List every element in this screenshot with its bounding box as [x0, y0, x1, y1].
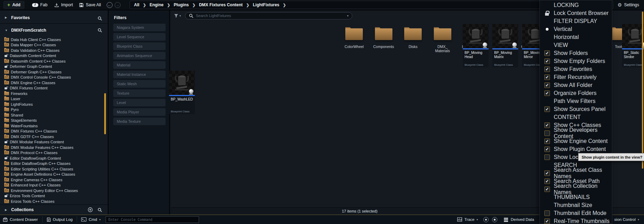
menu-control-icon[interactable] [544, 58, 550, 64]
menu-row[interactable]: FILTER DISPLAY [540, 17, 612, 25]
filter-pill[interactable]: Level [113, 99, 166, 106]
filter-pill[interactable]: Texture [113, 89, 166, 97]
menu-control-icon[interactable] [544, 26, 550, 32]
revision-control-button[interactable]: sion Control ▾ [614, 217, 639, 222]
menu-control-icon[interactable] [544, 106, 550, 112]
root-folder-row[interactable]: ▼ DMXFromScratch [0, 26, 108, 35]
menu-row[interactable]: Organize Folders [540, 89, 612, 97]
content-folder[interactable]: ColorWheel [339, 24, 369, 53]
add-collection-icon[interactable] [88, 207, 93, 212]
menu-row[interactable]: Vertical [540, 25, 612, 33]
menu-row[interactable]: Horizontal [540, 33, 612, 41]
tree-item[interactable]: Data Hub Client C++ Classes [0, 37, 108, 42]
menu-row[interactable]: VIEW [540, 41, 612, 49]
asset-item[interactable]: BP_Static Strobe Blueprint Class [622, 24, 644, 67]
chevron-down-icon[interactable]: ▾ [99, 218, 101, 221]
menu-control-icon[interactable] [544, 162, 550, 168]
expand-arrow-icon[interactable]: ▶ [5, 208, 8, 211]
add-button[interactable]: + Add [3, 1, 24, 9]
snapshot-icon[interactable] [492, 217, 497, 222]
filter-options-button[interactable]: ▾ [174, 14, 181, 18]
menu-control-icon[interactable] [544, 218, 550, 224]
search-input[interactable] [196, 14, 345, 18]
menu-row[interactable]: Thumbnail Size [540, 201, 612, 209]
derived-data-button[interactable]: Derived Data [504, 217, 534, 222]
breadcrumb-item[interactable]: All ❯ [134, 2, 150, 7]
menu-control-icon[interactable] [544, 2, 550, 8]
menu-control-icon[interactable] [544, 66, 550, 72]
menu-row[interactable]: Real-Time Thumbnails [540, 217, 612, 224]
asset-search[interactable]: ▾ [185, 12, 352, 19]
tree-item[interactable]: Editor DataflowGraph C++ Classes [0, 161, 108, 167]
menu-control-icon[interactable] [544, 210, 550, 216]
content-folder[interactable]: Components [369, 24, 399, 53]
tree-item[interactable]: Data Validation C++ Classes [0, 48, 108, 53]
chevron-down-icon[interactable]: ▾ [476, 218, 478, 221]
asset-item[interactable]: BP_WashLED Blueprint Class [169, 71, 195, 114]
menu-row[interactable]: Path View Filters [540, 97, 612, 105]
menu-control-icon[interactable] [544, 50, 550, 56]
menu-control-icon[interactable] [544, 170, 550, 176]
console-command-box[interactable] [106, 216, 199, 223]
menu-control-icon[interactable] [544, 186, 550, 192]
tree-item[interactable]: Datasmith Content Content [0, 53, 108, 59]
content-folder[interactable]: Disks [398, 24, 428, 53]
tree-item[interactable]: DMX Engine C++ Classes [0, 80, 108, 86]
menu-control-icon[interactable] [544, 154, 550, 160]
tree-item[interactable]: Erizos Tools C++ Classes [0, 199, 108, 204]
tree-item[interactable]: Deformer Graph C++ Classes [0, 69, 108, 75]
menu-control-icon[interactable] [544, 202, 550, 208]
filter-pill[interactable]: Blueprint Class [113, 42, 166, 50]
menu-row[interactable]: Lock Content Browser [540, 9, 612, 17]
menu-control-icon[interactable] [544, 98, 550, 104]
menu-control-icon[interactable] [544, 138, 550, 144]
back-button[interactable]: ← [107, 2, 113, 8]
menu-control-icon[interactable] [544, 194, 550, 200]
filter-pill[interactable]: Material Instance [113, 71, 166, 78]
trace-button[interactable]: Trace ▾ [457, 217, 478, 222]
import-button[interactable]: Import [54, 2, 73, 7]
menu-row[interactable]: Show Developers Content [540, 129, 612, 137]
search-icon[interactable] [98, 208, 102, 212]
tree-item[interactable]: Enhanced Input C++ Classes [0, 183, 108, 188]
tree-item[interactable]: Data Mapper C++ Classes [0, 42, 108, 48]
content-scrollbar[interactable] [642, 11, 643, 169]
save-all-button[interactable]: Save All [79, 2, 101, 7]
menu-control-icon[interactable] [544, 18, 550, 24]
menu-control-icon[interactable] [544, 90, 550, 96]
breadcrumb-item[interactable]: Plugins ❯ [174, 2, 199, 7]
tree-item[interactable]: StageElements [0, 118, 108, 123]
fab-button[interactable]: f Fab [32, 2, 48, 7]
breadcrumb-item[interactable]: DMX Fixtures Content ❯ [199, 2, 253, 7]
menu-control-icon[interactable] [544, 42, 550, 48]
forward-button[interactable]: → [115, 2, 121, 8]
menu-row[interactable]: CONTENT [540, 113, 612, 121]
tree-item[interactable]: DMX Control Console C++ Classes [0, 75, 108, 80]
filter-pill[interactable]: Level Sequence [113, 33, 166, 41]
content-folder[interactable]: DMX_ Materials [428, 24, 458, 53]
menu-control-icon[interactable] [544, 82, 550, 88]
menu-row[interactable]: Search Asset Class Names [540, 169, 612, 177]
tree-item[interactable]: Shared [0, 112, 108, 118]
breadcrumb-item[interactable]: LightFixtures ❯ [253, 2, 290, 7]
menu-control-icon[interactable] [544, 122, 550, 128]
menu-control-icon[interactable] [544, 114, 550, 120]
menu-row[interactable]: Show Favorites [540, 65, 612, 73]
breadcrumb-item[interactable]: Engine ❯ [150, 2, 174, 7]
menu-row[interactable]: Show Folders [540, 49, 612, 57]
tree-item[interactable]: DMX Fixtures C++ Classes [0, 129, 108, 134]
search-icon[interactable] [98, 28, 102, 33]
menu-row[interactable]: LOCKING [540, 1, 612, 9]
settings-button[interactable]: ⚙ Settings [618, 2, 639, 8]
menu-control-icon[interactable] [544, 146, 550, 152]
menu-row[interactable]: Show Plugin Content [540, 145, 612, 153]
filter-pill[interactable]: Media Player [113, 108, 166, 116]
tree-item[interactable]: LightFixtures [0, 102, 108, 107]
menu-row[interactable]: Show All Folder [540, 81, 612, 89]
menu-row[interactable]: Thumbnail Edit Mode [540, 209, 612, 217]
chevron-down-icon[interactable]: ▾ [638, 218, 639, 221]
tree-item[interactable]: Deformer Graph Content [0, 64, 108, 70]
insights-icon[interactable] [483, 217, 489, 222]
expand-arrow-icon[interactable]: ▶ [5, 16, 8, 19]
menu-row[interactable]: Show Sources Panel [540, 105, 612, 113]
